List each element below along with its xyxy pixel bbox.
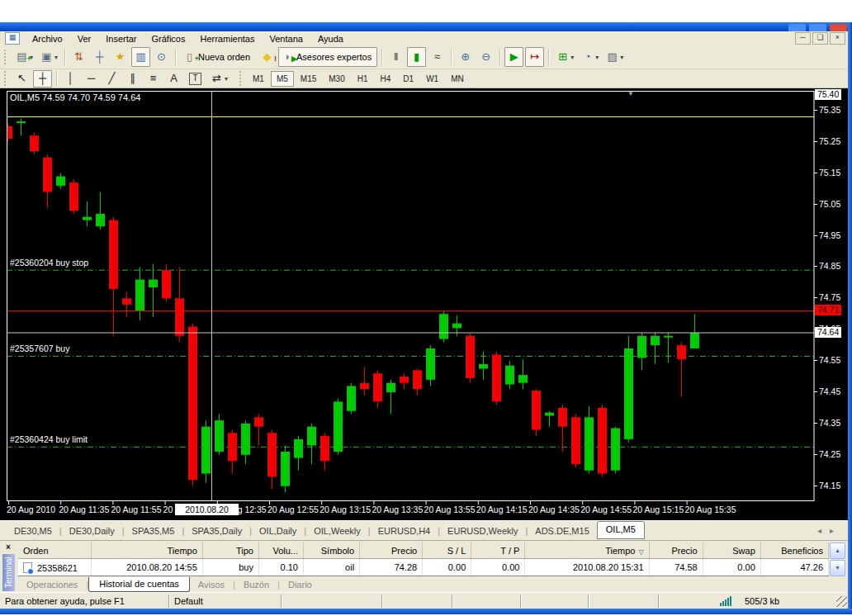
- cursor-button[interactable]: ↖: [12, 70, 31, 88]
- menu-gráficos[interactable]: Gráficos: [144, 33, 193, 45]
- zoom-out-button[interactable]: ⊖: [476, 47, 495, 67]
- column-header-8[interactable]: Tiempo▽: [525, 543, 649, 559]
- navigator-icon: ★: [113, 50, 127, 64]
- crosshair-button[interactable]: ┼: [33, 70, 52, 88]
- text-label-button[interactable]: T: [185, 70, 206, 88]
- timeframe-h4[interactable]: H4: [375, 71, 397, 87]
- terminal-tab-historial-de-cuentas[interactable]: Historial de cuentas: [88, 577, 190, 592]
- menu-ver[interactable]: Ver: [70, 33, 99, 45]
- column-header-10[interactable]: Swap: [703, 543, 760, 559]
- column-header-11[interactable]: Beneficios: [760, 543, 828, 559]
- timeframe-m15[interactable]: M15: [295, 71, 322, 87]
- profiles-button[interactable]: ▣▾: [37, 47, 60, 67]
- chart-tab-oil-m5[interactable]: OIL,M5: [597, 521, 645, 539]
- candle-body: [188, 326, 197, 480]
- chart-tab-de30-daily[interactable]: DE30,Daily: [62, 524, 122, 538]
- chart-tab-oil-daily[interactable]: OIL,Daily: [252, 524, 304, 538]
- terminal-tab-buz-n[interactable]: Buzón: [235, 578, 277, 591]
- indicators-button[interactable]: ⊞▾: [553, 47, 576, 67]
- child-minimize-button[interactable]: ─: [795, 32, 811, 45]
- status-profile[interactable]: Default: [169, 595, 282, 608]
- column-header-5[interactable]: Precio: [360, 543, 423, 559]
- zoom-in-button[interactable]: ⊕: [456, 47, 475, 67]
- new-chart-button[interactable]: ▤+▾: [12, 47, 36, 67]
- chart-area[interactable]: OIL,M5 74.59 74.70 74.59 74.64 ▼ 75.3575…: [0, 88, 848, 520]
- toolbar-grip[interactable]: [4, 71, 8, 86]
- chart-tab-eurusd-weekly[interactable]: EURUSD,Weekly: [440, 524, 525, 538]
- line-chart-button[interactable]: ≈: [428, 47, 447, 67]
- column-header-7[interactable]: T / P: [471, 543, 525, 559]
- terminal-close-icon[interactable]: ×: [3, 543, 13, 552]
- window-titlebar[interactable]: [0, 22, 852, 31]
- child-restore-button[interactable]: ❏: [812, 32, 828, 45]
- strategy-tester-button[interactable]: ⊙: [152, 47, 171, 67]
- window-maximize-button[interactable]: [809, 24, 826, 31]
- chart-tab-spa35-daily[interactable]: SPA35,Daily: [184, 524, 249, 538]
- tabs-scroll-right-icon[interactable]: ▸: [830, 526, 842, 535]
- column-header-2[interactable]: Tipo: [202, 543, 258, 559]
- periods-button[interactable]: ◔▾: [578, 47, 601, 67]
- bid-price-marker: 74.71: [815, 305, 841, 315]
- horizontal-line-button[interactable]: ─: [82, 70, 101, 88]
- data-window-button[interactable]: ┼: [90, 47, 109, 67]
- timeframe-mn[interactable]: MN: [445, 71, 470, 87]
- templates-button[interactable]: ▨▾: [603, 47, 626, 67]
- chart-tab-de30-m5[interactable]: DE30,M5: [7, 524, 59, 538]
- history-row[interactable]: 253586212010.08.20 14:55buy0.10oil74.280…: [18, 559, 829, 576]
- timeframe-w1[interactable]: W1: [420, 71, 444, 87]
- status-cell: [452, 595, 521, 608]
- timeframe-d1[interactable]: D1: [397, 71, 419, 87]
- fibonacci-button[interactable]: ≡: [144, 70, 163, 88]
- channel-button[interactable]: ∥: [123, 70, 142, 88]
- auto-scroll-button[interactable]: ▶: [504, 47, 523, 67]
- arrows-button[interactable]: ⇄▾: [207, 70, 230, 88]
- timeframe-m1[interactable]: M1: [247, 71, 270, 87]
- chart-tab-eurusd-h4[interactable]: EURUSD,H4: [371, 524, 438, 538]
- terminal-tab-avisos[interactable]: Avisos: [190, 578, 233, 591]
- column-header-6[interactable]: S / L: [423, 543, 471, 559]
- column-header-1[interactable]: Tiempo: [91, 543, 202, 559]
- chart-tab-spa35-m5[interactable]: SPA35,M5: [125, 524, 182, 538]
- timeframe-m30[interactable]: M30: [323, 71, 350, 87]
- timeframe-m5[interactable]: M5: [271, 71, 294, 87]
- menu-archivo[interactable]: Archivo: [25, 33, 70, 45]
- text-button[interactable]: A: [164, 70, 183, 88]
- chart-tab-ads-de-m15[interactable]: ADS.DE,M15: [528, 524, 596, 538]
- column-header-9[interactable]: Precio: [649, 543, 703, 559]
- scroll-up-icon[interactable]: ▲: [830, 543, 845, 559]
- window-minimize-button[interactable]: [788, 24, 806, 31]
- bar-chart-button[interactable]: ‖: [386, 47, 405, 67]
- column-header-3[interactable]: Volu...: [258, 543, 303, 559]
- toolbar-grip[interactable]: [4, 50, 8, 64]
- chart-shift-button[interactable]: ↦: [525, 47, 544, 67]
- terminal-tab-diario[interactable]: Diario: [280, 578, 320, 591]
- window-close-button[interactable]: [830, 24, 847, 31]
- new-order-button[interactable]: ▯+Nueva orden: [180, 47, 256, 67]
- terminal-tab-operaciones[interactable]: Operaciones: [18, 578, 86, 591]
- drawing-toolbar: ↖┼│─╱∥≡AT⇄▾ M1M5M15M30H1H4D1W1MN: [0, 69, 852, 88]
- scroll-down-icon[interactable]: ▼: [830, 560, 845, 576]
- vertical-line-button[interactable]: │: [61, 70, 80, 88]
- column-header-0[interactable]: Orden: [18, 543, 91, 559]
- child-close-button[interactable]: ×: [830, 32, 845, 45]
- candlestick-plot[interactable]: [7, 91, 815, 505]
- price-tick: 74.85: [819, 261, 840, 272]
- metaeditor-button[interactable]: ◆!: [258, 47, 277, 67]
- trendline-button[interactable]: ╱: [102, 70, 121, 88]
- navigator-button[interactable]: ★: [111, 47, 130, 67]
- toolbar-grip[interactable]: [239, 71, 244, 86]
- market-watch-button[interactable]: ⇅: [69, 47, 88, 67]
- tabs-scroll-left-icon[interactable]: ◂: [817, 526, 830, 535]
- menu-herramientas[interactable]: Herramientas: [192, 33, 262, 45]
- menu-ventana[interactable]: Ventana: [263, 33, 310, 45]
- timeframe-h1[interactable]: H1: [352, 71, 374, 87]
- chart-tab-oil-weekly[interactable]: OIL,Weekly: [306, 524, 368, 538]
- column-header-4[interactable]: Símbolo: [304, 543, 360, 559]
- menu-insertar[interactable]: Insertar: [98, 33, 144, 45]
- menu-ayuda[interactable]: Ayuda: [310, 33, 351, 45]
- resize-grip[interactable]: [836, 596, 847, 607]
- terminal-panel-button[interactable]: ▥: [131, 47, 150, 67]
- drawing-toolbar-buttons: ↖┼│─╱∥≡AT⇄▾: [12, 70, 231, 88]
- expert-advisors-button[interactable]: ◗▶Asesores expertos: [278, 47, 377, 67]
- candle-chart-button[interactable]: ▮: [407, 47, 426, 67]
